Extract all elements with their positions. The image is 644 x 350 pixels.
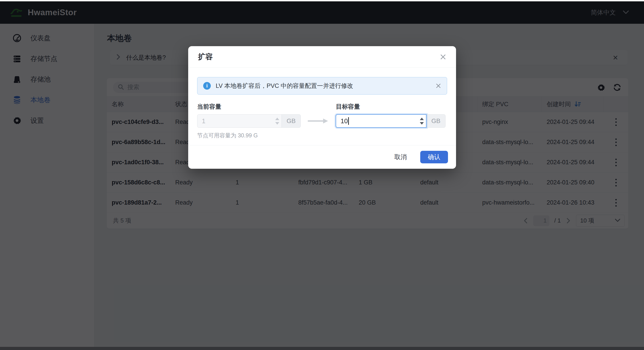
available-capacity-hint: 节点可用容量为 30.99 G bbox=[197, 132, 447, 139]
dialog-close-icon[interactable] bbox=[440, 54, 446, 60]
current-capacity-input: 1 bbox=[197, 114, 282, 128]
hwameistor-app: HwameiStor 简体中文 仪表盘 bbox=[0, 0, 644, 350]
number-stepper[interactable] bbox=[420, 115, 424, 127]
cancel-button[interactable]: 取消 bbox=[391, 150, 410, 163]
confirm-button[interactable]: 确认 bbox=[420, 151, 448, 163]
number-stepper bbox=[275, 114, 279, 127]
current-unit-addon: GB bbox=[282, 114, 301, 128]
target-capacity-input[interactable]: 10 bbox=[336, 114, 426, 128]
top-edge bbox=[0, 0, 644, 1]
target-unit-addon: GB bbox=[426, 114, 446, 128]
current-capacity-label: 当前容量 bbox=[197, 103, 336, 111]
alert-close-icon[interactable] bbox=[436, 83, 441, 89]
current-capacity-group: 1 GB bbox=[197, 114, 301, 128]
info-alert: i LV 本地卷扩容后，PVC 中的容量配置一并进行修改 bbox=[197, 77, 447, 95]
target-capacity-group: 10 GB bbox=[336, 114, 446, 128]
info-icon: i bbox=[203, 82, 211, 90]
expand-capacity-dialog: 扩容 i LV 本地卷扩容后，PVC 中的容量配置一并进行修改 当前容量 目标容… bbox=[188, 46, 456, 169]
target-capacity-label: 目标容量 bbox=[336, 103, 360, 111]
arrow-right-icon bbox=[301, 118, 336, 124]
text-caret bbox=[348, 117, 349, 125]
info-alert-text: LV 本地卷扩容后，PVC 中的容量配置一并进行修改 bbox=[216, 82, 436, 90]
dialog-title: 扩容 bbox=[198, 52, 213, 62]
